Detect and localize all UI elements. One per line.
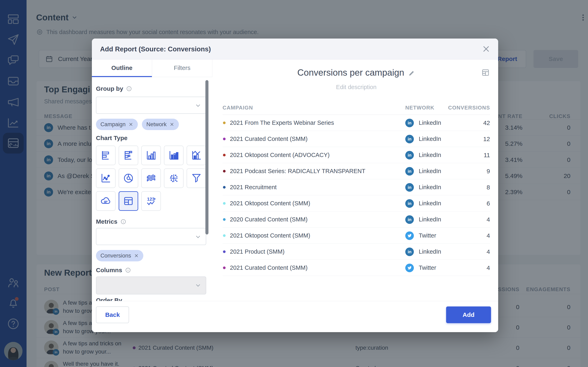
network-cell: in LinkedIn <box>405 244 441 260</box>
chart-type-funnel[interactable] <box>187 168 206 188</box>
network-name: LinkedIn <box>419 248 441 255</box>
table-row: 2021 Curated Content (SMM) in LinkedIn 1… <box>223 131 490 147</box>
remove-chip-icon[interactable] <box>129 122 133 127</box>
conversions-value: 12 <box>483 131 490 147</box>
chart-type-line[interactable] <box>96 168 116 188</box>
network-cell: in LinkedIn <box>405 211 441 227</box>
network-icon: in <box>405 231 414 240</box>
campaign-name: 2021 Oktopost Content (ADVOCACY) <box>230 147 329 163</box>
network-name: LinkedIn <box>419 136 441 142</box>
campaign-color-dot <box>223 154 226 156</box>
network-name: LinkedIn <box>419 152 441 158</box>
chart-type-word-cloud[interactable] <box>96 191 116 211</box>
add-button[interactable]: Add <box>446 307 491 323</box>
preview-table-header: CAMPAIGN NETWORK CONVERSIONS <box>223 102 490 115</box>
network-icon: in <box>405 264 414 272</box>
network-icon: in <box>405 119 414 127</box>
metrics-select[interactable] <box>96 228 206 245</box>
chart-type-donut[interactable] <box>119 168 138 188</box>
network-name: LinkedIn <box>419 119 441 126</box>
conversions-value: 9 <box>486 163 490 179</box>
campaign-color-dot <box>223 250 226 253</box>
conversions-value: 4 <box>486 260 490 276</box>
table-row: 2021 From The Experts Webinar Series in … <box>223 115 490 131</box>
table-row: 2021 Oktopost Content (SMM) in Twitter 4 <box>223 227 490 244</box>
campaign-color-dot <box>223 202 226 205</box>
tab-outline[interactable]: Outline <box>92 59 152 77</box>
columns-select-disabled[interactable] <box>96 276 206 294</box>
campaign-color-dot <box>223 218 226 221</box>
network-icon: in <box>405 215 414 224</box>
network-cell: in LinkedIn <box>405 195 441 211</box>
table-row: 2021 Podcast Series: RADICALLY TRANSPARE… <box>223 163 490 179</box>
network-cell: in LinkedIn <box>405 115 441 131</box>
group-by-label: Group by <box>96 85 132 92</box>
chart-type-bar-vertical[interactable] <box>141 146 161 165</box>
network-cell: in LinkedIn <box>405 131 441 147</box>
network-icon: in <box>405 183 414 192</box>
campaign-color-dot <box>223 170 226 173</box>
table-row: 2021 Oktopost Content (ADVOCACY) in Link… <box>223 147 490 163</box>
columns-label: Columns <box>96 267 131 274</box>
remove-chip-icon[interactable] <box>134 253 139 258</box>
back-button[interactable]: Back <box>96 307 129 323</box>
chart-type-bar-horizontal[interactable] <box>96 146 116 165</box>
campaign-name: 2021 Oktopost Content (SMM) <box>230 195 310 211</box>
chip[interactable]: Network <box>142 119 179 130</box>
chart-type-kpi-number[interactable]: 123 <box>141 191 161 211</box>
column-header-conversions: CONVERSIONS <box>448 105 490 111</box>
group-by-chips: Campaign Network <box>96 119 179 130</box>
network-cell: in Twitter <box>405 227 436 244</box>
conversions-value: 4 <box>486 211 490 227</box>
network-cell: in LinkedIn <box>405 163 441 179</box>
info-icon <box>125 267 131 273</box>
campaign-name: 2021 From The Experts Webinar Series <box>230 115 334 131</box>
modal-header: Add Report (Source: Conversions) <box>92 39 498 59</box>
order-by-label: Order By <box>96 297 122 301</box>
table-row: 2021 Product (SMM) in LinkedIn 4 <box>223 244 490 260</box>
network-icon: in <box>405 135 414 143</box>
chip[interactable]: Campaign <box>96 119 138 130</box>
network-name: LinkedIn <box>419 184 441 191</box>
campaign-name: 2021 Curated Content (SMM) <box>230 131 307 147</box>
campaign-color-dot <box>223 267 226 269</box>
table-row: 2021 Curated Content (SMM) in Twitter 4 <box>223 260 490 276</box>
chip[interactable]: Conversions <box>96 250 143 261</box>
conversions-value: 8 <box>486 179 490 195</box>
svg-text:123: 123 <box>147 197 155 202</box>
scrollbar-thumb[interactable] <box>205 80 208 234</box>
edit-pencil-icon[interactable] <box>408 67 415 78</box>
chart-type-table[interactable] <box>119 191 138 211</box>
chart-type-bar-horizontal-stacked[interactable] <box>119 146 138 165</box>
network-icon: in <box>405 199 414 208</box>
chart-type-label: Chart Type <box>96 134 127 142</box>
campaign-name: 2021 Curated Content (SMM) <box>230 260 307 276</box>
campaign-color-dot <box>223 234 226 237</box>
chevron-down-icon <box>195 102 201 109</box>
campaign-name: 2021 Recruitment <box>230 179 277 195</box>
chevron-down-icon <box>195 234 201 240</box>
conversions-value: 11 <box>484 147 490 163</box>
report-title[interactable]: Conversions per campaign <box>214 67 498 78</box>
chart-type-scatter[interactable] <box>164 168 183 188</box>
chart-type-area[interactable] <box>141 168 161 188</box>
info-icon <box>126 86 132 92</box>
group-by-select[interactable] <box>96 97 206 114</box>
network-name: Twitter <box>419 232 436 239</box>
remove-chip-icon[interactable] <box>169 122 174 127</box>
chart-type-bar-line-combo[interactable] <box>187 146 206 165</box>
network-cell: in LinkedIn <box>405 179 441 195</box>
campaign-color-dot <box>223 186 226 189</box>
table-view-icon[interactable] <box>481 68 490 77</box>
network-icon: in <box>405 248 414 256</box>
network-cell: in Twitter <box>405 260 436 276</box>
close-icon[interactable] <box>481 44 491 54</box>
chart-type-bar-vertical-stacked[interactable] <box>164 146 183 165</box>
network-cell: in LinkedIn <box>405 147 441 163</box>
edit-description-placeholder[interactable]: Edit description <box>214 84 498 91</box>
add-report-modal: Add Report (Source: Conversions) Outline… <box>92 39 498 332</box>
campaign-name: 2021 Podcast Series: RADICALLY TRANSPARE… <box>230 163 365 179</box>
chevron-down-icon <box>195 282 201 289</box>
table-row: 2021 Recruitment in LinkedIn 8 <box>223 179 490 195</box>
tab-filters[interactable]: Filters <box>152 59 212 77</box>
